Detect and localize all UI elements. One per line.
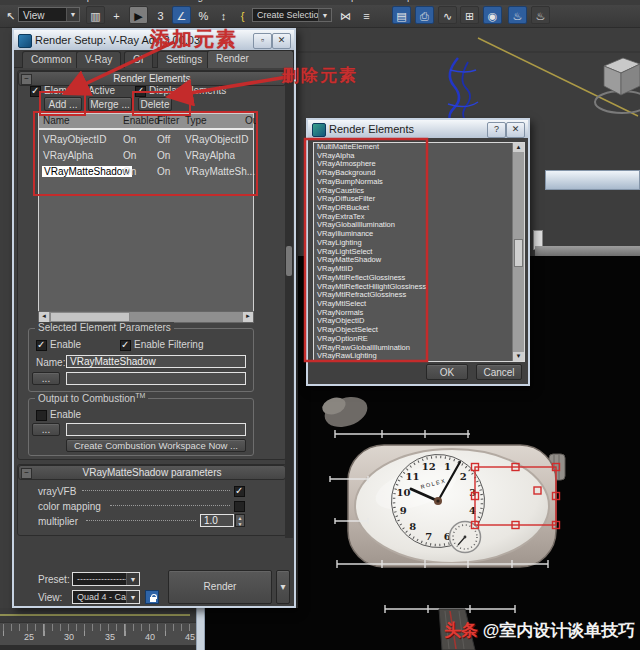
named-selection-sets-icon[interactable]: { <box>233 6 252 24</box>
elements-active-checkbox[interactable] <box>30 86 41 97</box>
popup-close-button[interactable]: ✕ <box>506 122 525 138</box>
popup-scrollbar[interactable]: ▲ ▼ <box>512 143 524 361</box>
align-icon[interactable]: ≡ <box>357 6 376 24</box>
popup-scroll-thumb[interactable] <box>514 239 523 267</box>
select-cursor-icon[interactable]: ▶ <box>129 6 148 24</box>
watch-strap-top <box>320 392 371 432</box>
view-cube[interactable] <box>595 58 640 113</box>
tab-settings[interactable]: Settings <box>157 51 211 68</box>
help-button[interactable]: ? <box>487 122 506 138</box>
matteshadow-rollout-header[interactable]: − VRayMatteShadow parameters <box>18 465 286 480</box>
display-elements-checkbox[interactable] <box>135 86 146 97</box>
preset-combo[interactable]: ------------------▼ <box>72 572 140 586</box>
preset-label: Preset: <box>38 574 70 585</box>
enable-checkbox[interactable] <box>36 340 47 351</box>
display-elements-label: Display Elements <box>149 85 226 96</box>
view-combo[interactable]: View▼ <box>18 7 80 22</box>
layer-manager-icon[interactable]: ▤ <box>392 6 411 24</box>
menu-animation[interactable]: Animation <box>14 0 58 2</box>
ok-button[interactable]: OK <box>426 364 468 380</box>
watermark: 头条 @室内设计谈单技巧 <box>444 619 635 642</box>
render-more-button[interactable]: ▾ <box>276 570 290 604</box>
render-production-icon[interactable]: ♨ <box>508 6 527 24</box>
render-setup-icon[interactable]: ⎙ <box>415 6 434 24</box>
merge-button[interactable]: Merge ... <box>88 97 132 111</box>
browse-button[interactable]: ... <box>32 372 60 385</box>
collapse-icon[interactable]: − <box>21 74 32 85</box>
collapse-icon[interactable]: − <box>21 468 32 479</box>
combustion-browse-button[interactable]: ... <box>32 423 60 436</box>
annotation-delete-text: 删除元素 <box>282 64 358 87</box>
angle-snap-icon[interactable]: ∠ <box>172 6 191 24</box>
multiplier-field[interactable]: 1.0 <box>200 514 234 527</box>
dialog-vscroll-thumb[interactable] <box>286 246 292 276</box>
enable-filtering-label: Enable Filtering <box>134 339 203 350</box>
scroll-left-icon[interactable]: ◄ <box>39 312 49 322</box>
viewport-select-combo[interactable]: Quad 4 - Camer▼ <box>72 590 140 604</box>
popup-title: Render Elements <box>329 120 414 138</box>
menu-rendering[interactable]: Rendering <box>157 0 203 2</box>
scroll-thumb[interactable] <box>50 312 130 322</box>
menu-graph-editors[interactable]: Graph Editors <box>70 0 132 2</box>
snaps-toggle-3-icon[interactable]: 3 <box>151 6 170 24</box>
elements-list[interactable]: Name Enabled Filter Type Ou VRayObjectID… <box>38 113 254 312</box>
scroll-up-icon[interactable]: ▲ <box>513 143 524 152</box>
minimize-button[interactable]: ▫ <box>253 33 272 49</box>
combustion-enable-label: Enable <box>50 409 81 420</box>
create-combustion-button[interactable]: Create Combustion Workspace Now ... <box>66 439 246 452</box>
scroll-right-icon[interactable]: ► <box>243 312 253 322</box>
combustion-enable-checkbox[interactable] <box>36 410 47 421</box>
render-elements-rollout-header[interactable]: − Render Elements <box>18 71 286 86</box>
background-window-titlebar <box>545 170 640 190</box>
move-snap-icon[interactable]: + <box>107 6 126 24</box>
scroll-down-icon[interactable]: ▼ <box>513 352 524 361</box>
svg-text:7: 7 <box>425 531 432 542</box>
percent-snap-icon[interactable]: % <box>194 6 213 24</box>
window-edge <box>196 608 205 650</box>
render-frame-window-icon[interactable]: ⊞ <box>460 6 479 24</box>
render-iterative-icon[interactable]: ♨ <box>531 6 550 24</box>
svg-text:9: 9 <box>400 505 407 516</box>
spinner-snap-icon[interactable]: ↕ <box>214 6 233 24</box>
curve-editor-icon[interactable]: ∿ <box>438 6 457 24</box>
cancel-button[interactable]: Cancel <box>476 364 522 380</box>
time-ruler[interactable]: 25 30 35 40 45 <box>0 622 196 647</box>
chevron-down-icon[interactable]: ▼ <box>126 573 139 585</box>
environment-render-icon[interactable]: ◉ <box>483 6 502 24</box>
snap-columns-icon[interactable]: ▥ <box>86 6 105 24</box>
element-type-list[interactable]: MultiMatteElement VRayAlpha VRayAtmosphe… <box>313 142 525 362</box>
selection-set-combo[interactable]: Create Selection Se▼ <box>252 8 332 22</box>
viewport-lock-button[interactable] <box>145 590 159 604</box>
add-button[interactable]: Add ... <box>44 97 82 111</box>
elements-list-header[interactable]: Name Enabled Filter Type Ou <box>39 114 253 130</box>
name-label: Name: <box>36 357 65 368</box>
render-elements-page: − Render Elements Elements Active Displa… <box>14 68 294 606</box>
elements-active-label: Elements Active <box>44 85 115 96</box>
close-button[interactable]: ✕ <box>272 33 291 49</box>
tab-common[interactable]: Common <box>22 51 81 68</box>
chevron-down-icon[interactable]: ▼ <box>66 8 79 21</box>
combustion-path-field[interactable] <box>66 423 246 436</box>
chevron-down-icon[interactable]: ▼ <box>126 591 139 603</box>
ground-spline <box>0 614 190 616</box>
enable-filtering-checkbox[interactable] <box>120 340 131 351</box>
output-path-field[interactable] <box>66 372 246 385</box>
delete-button[interactable]: Delete <box>138 97 172 111</box>
popup-titlebar[interactable]: Render Elements ? ✕ <box>308 120 528 138</box>
tab-vray[interactable]: V-Ray <box>76 51 121 68</box>
color-mapping-checkbox[interactable] <box>234 501 245 512</box>
multiplier-spinner[interactable]: ▲▼ <box>235 514 245 527</box>
mirror-icon[interactable]: ⋈ <box>336 6 355 24</box>
watermark-brand: 头条 <box>444 621 478 640</box>
vrayvfb-checkbox[interactable] <box>234 486 245 497</box>
render-button[interactable]: Render <box>168 570 272 604</box>
dialog-vscrollbar[interactable] <box>285 68 293 538</box>
element-name-field[interactable]: VRayMatteShadow <box>66 355 246 368</box>
menu-customize[interactable]: Customize <box>233 0 280 2</box>
svg-text:1: 1 <box>444 461 451 472</box>
menu-help[interactable]: Help <box>392 0 413 2</box>
chevron-down-icon[interactable]: ▼ <box>318 9 331 21</box>
tab-gi[interactable]: GI <box>124 51 153 68</box>
menu-maxscript[interactable]: MAXScript <box>312 0 359 2</box>
svg-text:8: 8 <box>409 521 416 532</box>
